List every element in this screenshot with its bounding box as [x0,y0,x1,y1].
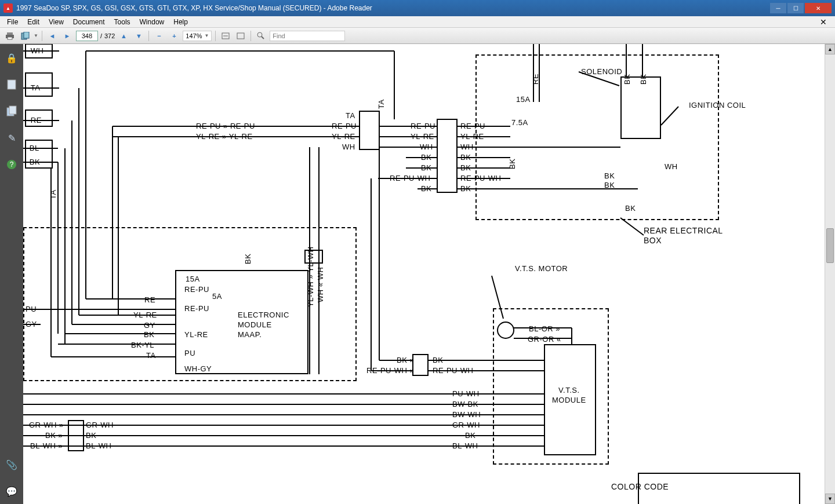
svg-rect-0 [7,32,13,35]
find-input[interactable] [270,31,345,41]
document-viewport[interactable]: ELECTRONIC MODULE MAAP. REAR ELECTRICAL … [23,44,825,504]
comment-icon[interactable]: 💬 [5,484,19,498]
scroll-down-button[interactable]: ▼ [825,494,835,504]
maximize-button[interactable]: ☐ [787,3,804,13]
page-down-button[interactable]: ▼ [132,30,145,42]
find-button[interactable] [255,30,267,42]
minimize-button[interactable]: ─ [770,3,786,13]
svg-point-8 [257,32,262,37]
scroll-up-button[interactable]: ▲ [825,44,835,54]
zoom-out-button[interactable]: − [153,30,165,42]
pages-panel-icon[interactable] [5,78,19,92]
print-button[interactable] [3,30,16,42]
svg-rect-63 [413,355,428,375]
svg-rect-2 [8,37,12,39]
zoom-level[interactable]: 147%▼ [183,31,212,41]
svg-rect-62 [305,250,322,263]
svg-rect-19 [26,73,52,96]
pdf-page: ELECTRONIC MODULE MAAP. REAR ELECTRICAL … [23,44,825,504]
svg-rect-7 [237,33,244,39]
svg-line-9 [262,36,264,39]
svg-rect-12 [9,106,16,114]
menu-help[interactable]: Help [169,17,193,27]
pdf-icon: ▲ [3,3,13,13]
menu-document[interactable]: Document [68,17,110,27]
sign-icon[interactable]: ✎ [5,131,19,145]
fit-width-button[interactable] [219,30,232,42]
page-number-input[interactable] [76,31,98,41]
zoom-in-button[interactable]: + [168,30,180,42]
svg-rect-10 [8,80,16,89]
vertical-scrollbar[interactable]: ▲ ▼ [825,44,835,504]
fit-page-button[interactable] [234,30,247,42]
scroll-thumb[interactable] [826,228,834,263]
help-icon[interactable]: ? [5,158,19,171]
window-title: 1997 SeaDoo SP, SPX, GS, GSI, GSX, GTS, … [16,4,769,12]
close-button[interactable]: ✕ [805,3,832,13]
page-separator: / [100,32,102,39]
menu-view[interactable]: View [44,17,68,27]
svg-rect-35 [437,119,457,192]
title-bar: ▲ 1997 SeaDoo SP, SPX, GS, GSI, GSX, GTS… [0,0,835,16]
menu-window[interactable]: Window [135,17,169,27]
menu-bar: File Edit View Document Tools Window Hel… [0,16,835,28]
menu-edit[interactable]: Edit [23,17,44,27]
attachment-icon[interactable]: 📎 [5,458,19,472]
svg-rect-21 [26,140,52,168]
layers-icon[interactable] [5,104,19,118]
save-toolbar-button[interactable] [19,30,31,42]
svg-rect-20 [26,110,52,126]
svg-rect-4 [24,32,29,38]
schematic-wires [23,44,825,504]
page-up-button[interactable]: ▲ [117,30,130,42]
menu-tools[interactable]: Tools [110,17,135,27]
menu-file[interactable]: File [2,17,23,27]
toolbar: ▼ ◄ ► / 372 ▲ ▼ − + 147%▼ [0,28,835,44]
page-total: 372 [104,32,115,39]
menu-close-button[interactable]: ✕ [815,16,832,28]
prev-page-button[interactable]: ◄ [46,30,59,42]
nav-sidebar: 🔒 ✎ ? 📎 💬 [0,44,23,504]
lock-icon[interactable]: 🔒 [5,51,19,65]
next-page-button[interactable]: ► [61,30,74,42]
svg-point-68 [498,322,514,338]
svg-rect-34 [360,111,379,149]
